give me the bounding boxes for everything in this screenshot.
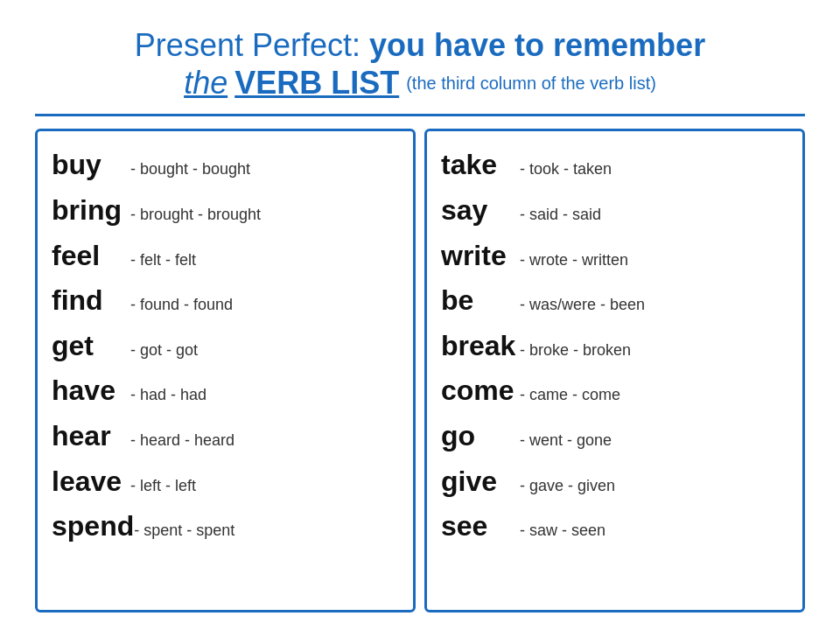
verb-base: spend [52,505,134,549]
verb-forms: - heard - heard [130,429,234,453]
right-verb-panel: take - took - taken say - said - said wr… [424,129,805,612]
verb-base: break [441,325,520,368]
verb-forms: - felt - felt [130,248,196,273]
verb-base: have [52,369,130,413]
verb-base: bring [52,189,130,233]
left-verb-panel: buy - bought - bought bring - brought - … [35,129,416,612]
verb-forms: - said - said [520,203,601,228]
verb-row: write - wrote - written [441,234,788,278]
verb-base: give [441,460,520,504]
verb-forms: - came - come [520,383,620,408]
verb-row: buy - bought - bought [52,144,399,187]
verb-row: see - saw - seen [441,505,788,549]
verb-base: get [52,325,130,368]
verb-forms: - spent - spent [134,519,234,543]
verb-row: have - had - had [52,369,399,413]
verb-row: break - broke - broken [441,325,788,368]
verb-row: find - found - found [52,279,399,323]
verb-row: spend - spent - spent [52,505,399,549]
verb-base: take [441,144,520,187]
verb-row: give - gave - given [441,460,788,504]
verb-base: leave [52,460,130,504]
verb-row: leave - left - left [52,460,399,504]
verb-forms: - bought - bought [130,158,250,182]
verb-base: come [441,369,520,413]
title-area: Present Perfect: you have to remember th… [35,26,805,102]
title-line2: the VERB LIST (the third column of the v… [35,64,805,102]
verb-base: go [441,415,520,458]
verb-forms: - had - had [130,383,206,408]
verb-forms: - took - taken [520,158,612,182]
title-bold: you have to remember [369,27,705,63]
verb-forms: - brought - brought [130,203,261,228]
title-the: the [184,64,228,102]
verb-forms: - saw - seen [520,519,606,543]
verb-base: write [441,234,520,278]
verb-row: get - got - got [52,325,399,368]
title-verb-list: VERB LIST [234,64,399,102]
verb-row: go - went - gone [441,415,788,458]
verb-row: bring - brought - brought [52,189,399,233]
verb-row: take - took - taken [441,144,788,187]
verb-row: feel - felt - felt [52,234,399,278]
verb-forms: - got - got [130,339,198,363]
title-line1: Present Perfect: you have to remember [35,26,805,64]
verb-row: be - was/were - been [441,279,788,323]
verb-base: be [441,279,520,323]
verb-forms: - was/were - been [520,293,645,318]
title-normal: Present Perfect: [135,27,360,63]
verb-base: say [441,189,520,233]
verb-base: feel [52,234,130,278]
verb-forms: - broke - broken [520,339,631,363]
verb-row: hear - heard - heard [52,415,399,458]
verb-forms: - left - left [130,474,196,499]
verb-forms: - went - gone [520,429,612,453]
divider [35,114,805,116]
verb-forms: - found - found [130,293,233,318]
title-subtitle: (the third column of the verb list) [406,73,656,94]
verb-row: say - said - said [441,189,788,233]
verb-row: come - came - come [441,369,788,413]
verb-base: find [52,279,130,323]
verb-forms: - wrote - written [520,248,628,273]
verb-table-container: buy - bought - bought bring - brought - … [35,129,805,612]
verb-forms: - gave - given [520,474,615,499]
verb-base: buy [52,144,130,187]
verb-base: hear [52,415,130,458]
verb-base: see [441,505,520,549]
